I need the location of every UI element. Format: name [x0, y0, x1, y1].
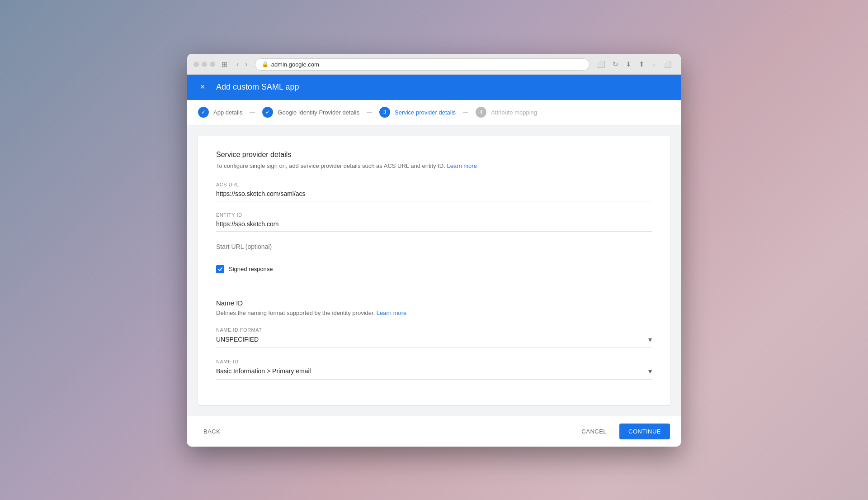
- traffic-light-close[interactable]: [193, 62, 199, 67]
- entity-id-value[interactable]: https://sso.sketch.com: [216, 220, 652, 232]
- tabs-icon[interactable]: ⬜: [660, 58, 675, 70]
- step-1-label: App details: [213, 109, 242, 116]
- step-2[interactable]: ✓ Google Identity Provider details: [262, 107, 359, 118]
- step-4[interactable]: 4 Attribute mapping: [476, 107, 537, 118]
- name-id-section-title: Name ID: [216, 299, 652, 307]
- lock-icon: 🔒: [262, 61, 269, 67]
- step-4-circle: 4: [476, 107, 486, 118]
- browser-actions: ⬜ ↻ ⬇ ⬆ + ⬜: [594, 58, 675, 70]
- section-divider: [216, 288, 652, 288]
- content-card: Service provider details To configure si…: [198, 136, 670, 405]
- chevron-down-icon: ▾: [648, 335, 652, 344]
- name-id-description: Defines the naming format supported by t…: [216, 310, 652, 316]
- step-2-label: Google Identity Provider details: [278, 109, 359, 116]
- app-header: × Add custom SAML app: [187, 75, 681, 100]
- name-id-format-dropdown[interactable]: UNSPECIFIED ▾: [216, 335, 652, 348]
- continue-button[interactable]: CONTINUE: [619, 424, 670, 439]
- traffic-lights: [193, 62, 215, 67]
- refresh-icon[interactable]: ↻: [610, 58, 621, 70]
- step-2-circle: ✓: [262, 107, 273, 118]
- download-icon[interactable]: ⬇: [623, 58, 634, 70]
- step-connector-2: —: [367, 109, 372, 115]
- signed-response-row: Signed response: [216, 265, 652, 273]
- signed-response-label: Signed response: [229, 266, 273, 272]
- signed-response-checkbox[interactable]: [216, 265, 224, 273]
- acs-url-field: ACS URL https://sso.sketch.com/saml/acs: [216, 182, 652, 201]
- url-text: admin.google.com: [271, 61, 319, 68]
- back-button[interactable]: BACK: [198, 424, 226, 438]
- chevron-down-icon-2: ▾: [648, 367, 652, 376]
- sidebar-toggle-icon[interactable]: ⊞: [220, 59, 229, 70]
- step-connector-3: —: [463, 109, 468, 115]
- learn-more-link-2[interactable]: Learn more: [377, 310, 406, 316]
- extensions-icon[interactable]: ⬜: [594, 58, 608, 70]
- step-3-circle: 3: [379, 107, 390, 118]
- name-id-value: Basic Information > Primary email: [216, 367, 311, 375]
- step-3[interactable]: 3 Service provider details: [379, 107, 456, 118]
- close-button[interactable]: ×: [196, 81, 209, 94]
- address-bar[interactable]: 🔒 admin.google.com: [255, 58, 590, 71]
- section-title: Service provider details: [216, 151, 652, 159]
- start-url-input[interactable]: [216, 243, 652, 254]
- learn-more-link-1[interactable]: Learn more: [447, 162, 476, 169]
- name-id-format-value: UNSPECIFIED: [216, 336, 259, 343]
- back-nav-icon[interactable]: ‹: [234, 58, 241, 70]
- forward-nav-icon[interactable]: ›: [242, 58, 250, 70]
- start-url-field: [216, 243, 652, 254]
- cancel-button[interactable]: CANCEL: [576, 424, 612, 438]
- footer: BACK CANCEL CONTINUE: [187, 416, 681, 447]
- section-description-text: To configure single sign on, add service…: [216, 162, 447, 169]
- entity-id-label: Entity ID: [216, 212, 652, 218]
- acs-url-value[interactable]: https://sso.sketch.com/saml/acs: [216, 190, 652, 201]
- traffic-light-maximize[interactable]: [210, 62, 215, 67]
- name-id-format-field: Name ID format UNSPECIFIED ▾: [216, 327, 652, 348]
- browser-window: ⊞ ‹ › 🔒 admin.google.com ⬜ ↻ ⬇ ⬆ + ⬜ × A…: [187, 54, 681, 447]
- entity-id-field: Entity ID https://sso.sketch.com: [216, 212, 652, 232]
- step-3-label: Service provider details: [395, 109, 456, 116]
- traffic-light-minimize[interactable]: [202, 62, 207, 67]
- main-content: Service provider details To configure si…: [187, 125, 681, 416]
- step-4-label: Attribute mapping: [491, 109, 537, 116]
- step-connector-1: —: [250, 109, 255, 115]
- footer-right: CANCEL CONTINUE: [576, 424, 670, 439]
- browser-nav: ‹ ›: [234, 58, 250, 70]
- checkmark-icon: [217, 267, 223, 272]
- name-id-description-text: Defines the naming format supported by t…: [216, 310, 377, 316]
- browser-chrome: ⊞ ‹ › 🔒 admin.google.com ⬜ ↻ ⬇ ⬆ + ⬜: [187, 54, 681, 75]
- step-1-circle: ✓: [198, 107, 209, 118]
- share-icon[interactable]: ⬆: [636, 58, 647, 70]
- name-id-dropdown[interactable]: Basic Information > Primary email ▾: [216, 367, 652, 380]
- name-id-label: Name ID: [216, 359, 652, 364]
- new-tab-icon[interactable]: +: [649, 59, 659, 70]
- step-1[interactable]: ✓ App details: [198, 107, 242, 118]
- name-id-field: Name ID Basic Information > Primary emai…: [216, 359, 652, 380]
- steps-bar: ✓ App details — ✓ Google Identity Provid…: [187, 100, 681, 125]
- section-description: To configure single sign on, add service…: [216, 162, 652, 169]
- acs-url-label: ACS URL: [216, 182, 652, 187]
- page-title: Add custom SAML app: [216, 82, 299, 92]
- name-id-format-label: Name ID format: [216, 327, 652, 333]
